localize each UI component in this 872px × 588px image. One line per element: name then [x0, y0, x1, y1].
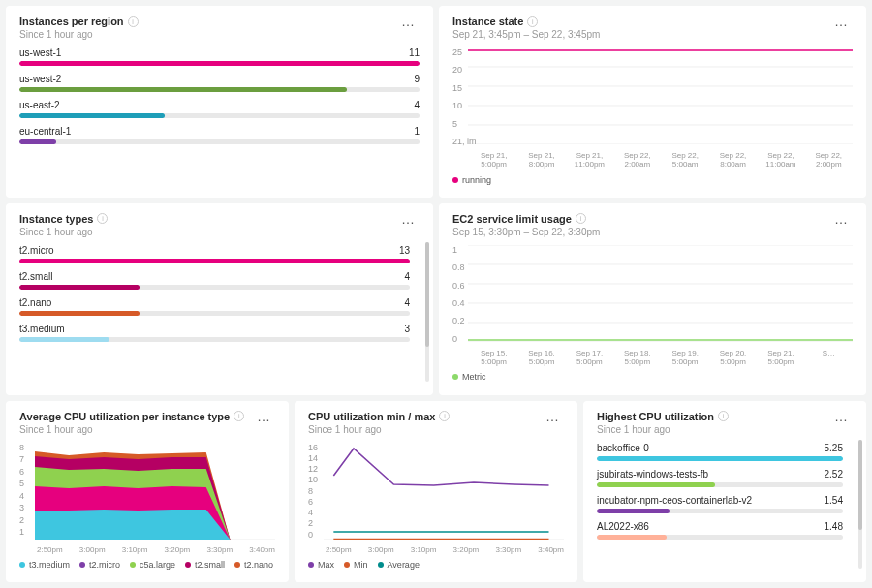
axis-tick: 3:40pm — [538, 545, 564, 554]
info-icon[interactable]: i — [439, 411, 450, 421]
card-subtitle: Sep 15, 3:30pm – Sep 22, 3:30pm — [452, 227, 853, 237]
scrollbar[interactable] — [858, 440, 862, 569]
axis-tick: 10 — [308, 475, 318, 484]
title-text: EC2 service limit usage — [452, 213, 572, 225]
bar-label: t2.nano — [19, 297, 51, 308]
bar-row[interactable]: us-west-111 — [19, 47, 420, 66]
card-avg-cpu: Average CPU utilization per instance typ… — [6, 401, 289, 582]
info-icon[interactable]: i — [576, 213, 586, 224]
bar-label: us-east-2 — [19, 100, 60, 110]
avg-cpu-chart: 87654321 — [19, 443, 275, 540]
bar-row[interactable]: us-east-24 — [19, 100, 420, 118]
axis-tick: 3:10pm — [411, 545, 437, 554]
axis-tick: 10 — [452, 101, 477, 110]
axis-tick: 0 — [308, 530, 318, 540]
info-icon[interactable]: i — [527, 16, 538, 27]
axis-tick: 6 — [19, 467, 24, 477]
legend-item[interactable]: t2.nano — [234, 560, 273, 570]
card-highest-cpu: Highest CPU utilization i … Since 1 hour… — [583, 401, 866, 582]
axis-tick: 3:30pm — [495, 545, 521, 554]
bar-track — [19, 61, 420, 66]
legend-item[interactable]: Max — [308, 560, 334, 570]
axis-tick: 0.4 — [452, 298, 465, 308]
legend-item[interactable]: t2.micro — [79, 560, 120, 570]
legend-item[interactable]: t3.medium — [19, 560, 70, 570]
legend-label: t2.micro — [89, 560, 120, 570]
scrollbar[interactable] — [425, 242, 429, 382]
bar-row[interactable]: eu-central-11 — [19, 126, 420, 144]
bar-row[interactable]: t2.nano4 — [19, 297, 410, 316]
legend-item[interactable]: Min — [344, 560, 368, 570]
bar-fill — [19, 113, 165, 118]
axis-tick: 4 — [308, 508, 318, 517]
legend-label: Average — [388, 560, 420, 570]
bar-row[interactable]: t3.medium3 — [19, 324, 410, 342]
card-title: Instances per region i — [19, 15, 139, 27]
more-button[interactable]: … — [397, 215, 420, 223]
bar-row[interactable]: incubator-npm-ceos-containerlab-v21.54 — [597, 495, 843, 513]
info-icon[interactable]: i — [128, 16, 139, 27]
bar-fill — [19, 311, 140, 316]
instance-state-chart: 25201510521, im — [452, 47, 853, 146]
axis-tick: 0.8 — [452, 263, 465, 272]
more-button[interactable]: … — [542, 413, 564, 420]
more-button[interactable]: … — [253, 413, 275, 420]
more-button[interactable]: … — [830, 17, 853, 25]
legend-item[interactable]: t2.small — [185, 560, 225, 570]
bar-row[interactable]: us-west-29 — [19, 74, 420, 92]
card-subtitle: Sep 21, 3:45pm – Sep 22, 3:45pm — [452, 29, 853, 40]
legend-dot — [19, 562, 25, 568]
legend-item[interactable]: Average — [378, 560, 420, 570]
bar-fill — [597, 482, 715, 487]
more-button[interactable]: … — [830, 215, 853, 223]
axis-tick: 3:10pm — [122, 545, 148, 554]
legend-item[interactable]: Metric — [452, 372, 486, 382]
bar-track — [597, 456, 843, 461]
legend-label: Max — [318, 560, 334, 570]
title-text: Instance state — [452, 15, 523, 27]
more-button[interactable]: … — [830, 413, 853, 420]
axis-tick: Sep 21,5:00pm — [757, 350, 804, 367]
legend-label: Metric — [462, 372, 486, 382]
bar-label: t3.medium — [19, 324, 65, 334]
axis-tick: 12 — [308, 464, 318, 474]
card-subtitle: Since 1 hour ago — [19, 29, 420, 40]
bar-value: 3 — [404, 324, 410, 334]
bar-track — [19, 113, 420, 118]
axis-tick: 3:00pm — [368, 545, 394, 554]
axis-tick: Sep 18,5:00pm — [613, 350, 661, 367]
axis-tick: Sep 21,11:00pm — [566, 152, 613, 170]
legend-label: c5a.large — [140, 560, 175, 570]
bar-fill — [19, 61, 420, 66]
bar-value: 1 — [414, 126, 420, 137]
axis-tick: 6 — [308, 497, 318, 507]
axis-tick: Sep 22,11:00am — [757, 152, 804, 170]
bar-row[interactable]: t2.micro13 — [19, 245, 410, 263]
bar-track — [19, 139, 420, 144]
bar-track — [597, 482, 843, 487]
bar-label: us-west-2 — [19, 74, 61, 84]
bar-row[interactable]: t2.small4 — [19, 271, 410, 290]
title-text: Instance types — [19, 213, 93, 225]
info-icon[interactable]: i — [234, 411, 244, 421]
bar-label: incubator-npm-ceos-containerlab-v2 — [597, 495, 752, 506]
more-button[interactable]: … — [397, 17, 420, 25]
legend-item[interactable]: c5a.large — [130, 560, 175, 570]
axis-tick: 0.2 — [452, 316, 465, 325]
info-icon[interactable]: i — [718, 411, 729, 421]
legend-dot — [79, 562, 85, 568]
axis-tick: Sep 22,8:00am — [709, 152, 757, 170]
axis-tick: 20 — [452, 65, 477, 75]
axis-tick: 3:20pm — [165, 545, 191, 554]
card-title: Average CPU utilization per instance typ… — [19, 411, 244, 422]
title-text: CPU utilization min / max — [308, 411, 435, 422]
legend-item[interactable]: running — [452, 175, 491, 185]
bar-row[interactable]: AL2022-x861.48 — [597, 521, 843, 540]
bar-track — [597, 509, 843, 513]
bar-row[interactable]: jsubirats-windows-tests-fb2.52 — [597, 469, 843, 487]
bar-label: backoffice-0 — [597, 443, 649, 453]
axis-tick: 8 — [19, 443, 24, 452]
bar-row[interactable]: backoffice-05.25 — [597, 443, 843, 461]
info-icon[interactable]: i — [97, 213, 108, 224]
bar-fill — [19, 87, 347, 92]
